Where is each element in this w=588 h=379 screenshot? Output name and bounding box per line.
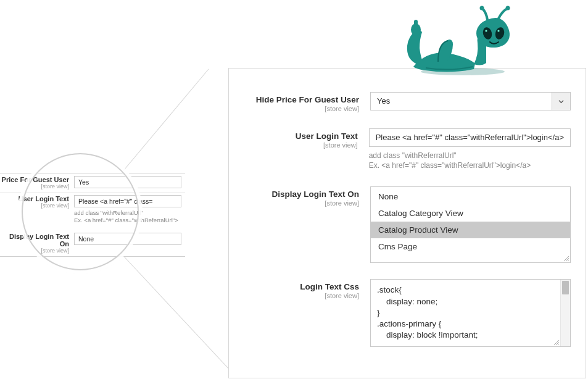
preview-label-hide-price: Price For Guest User	[2, 176, 69, 183]
label-hide-price: Hide Price For Guest User	[256, 95, 359, 104]
preview-user-login-input[interactable]: Please <a href="#" class=	[74, 195, 181, 207]
scroll-thumb[interactable]	[562, 281, 569, 294]
svg-point-1	[411, 23, 421, 36]
preview-label-user-login: User Login Text	[19, 195, 69, 202]
config-panel: Hide Price For Guest User [store view] Y…	[228, 68, 586, 378]
label-user-login-text: User Login Text	[296, 131, 358, 141]
svg-point-7	[494, 27, 505, 41]
login-text-css-textarea[interactable]: .stock{ display: none; } .actions-primar…	[370, 279, 571, 347]
zoom-guide-line	[123, 256, 238, 378]
textarea-content: .stock{ display: none; } .actions-primar…	[371, 280, 560, 346]
user-login-text-input[interactable]: Please <a href="#" class="withReferralUr…	[369, 128, 571, 147]
label-display-login-on: Display Login Text On	[271, 190, 359, 199]
preview-display-on-multiselect[interactable]: None	[74, 233, 181, 245]
label-login-text-css: Login Text Css	[300, 282, 359, 291]
scope-indicator: [store view]	[244, 292, 359, 299]
preview-hint: add class "withReferralUrl" Ex. <a href=…	[74, 209, 181, 224]
resize-handle[interactable]	[563, 255, 569, 261]
dropdown-button[interactable]	[552, 93, 570, 110]
preview-panel: Price For Guest User [store view] Yes Us…	[0, 173, 185, 257]
zoom-guide-line	[123, 69, 209, 170]
svg-point-9	[497, 30, 499, 31]
option-catalog-product[interactable]: Catalog Product View	[371, 222, 570, 238]
alien-mascot-icon	[395, 5, 518, 76]
resize-handle[interactable]	[553, 339, 559, 345]
scope-indicator: [store view]	[244, 141, 358, 149]
hide-price-select[interactable]: Yes	[370, 92, 571, 110]
display-login-on-multiselect[interactable]: None Catalog Category View Catalog Produ…	[370, 186, 571, 263]
option-cms-page[interactable]: Cms Page	[371, 238, 570, 255]
scope-indicator: [store view]	[0, 202, 69, 209]
scope-indicator: [store view]	[0, 248, 69, 254]
select-value: Yes	[371, 93, 552, 110]
preview-hide-price-select[interactable]: Yes	[74, 176, 181, 188]
svg-point-6	[482, 27, 493, 41]
svg-point-5	[506, 6, 510, 10]
preview-label-display-on: Display Login Text On	[9, 233, 69, 248]
option-none[interactable]: None	[371, 188, 570, 205]
scope-indicator: [store view]	[244, 199, 359, 207]
scrollbar[interactable]	[560, 280, 570, 346]
svg-rect-2	[414, 20, 418, 30]
scope-indicator: [store view]	[244, 105, 359, 112]
option-catalog-category[interactable]: Catalog Category View	[371, 205, 570, 222]
scope-indicator: [store view]	[0, 183, 69, 190]
svg-point-4	[480, 6, 484, 10]
field-hint: add class "withReferralUrl" Ex. <a href=…	[369, 151, 571, 170]
svg-point-3	[476, 19, 508, 48]
svg-point-8	[485, 30, 487, 31]
chevron-down-icon	[558, 99, 564, 104]
